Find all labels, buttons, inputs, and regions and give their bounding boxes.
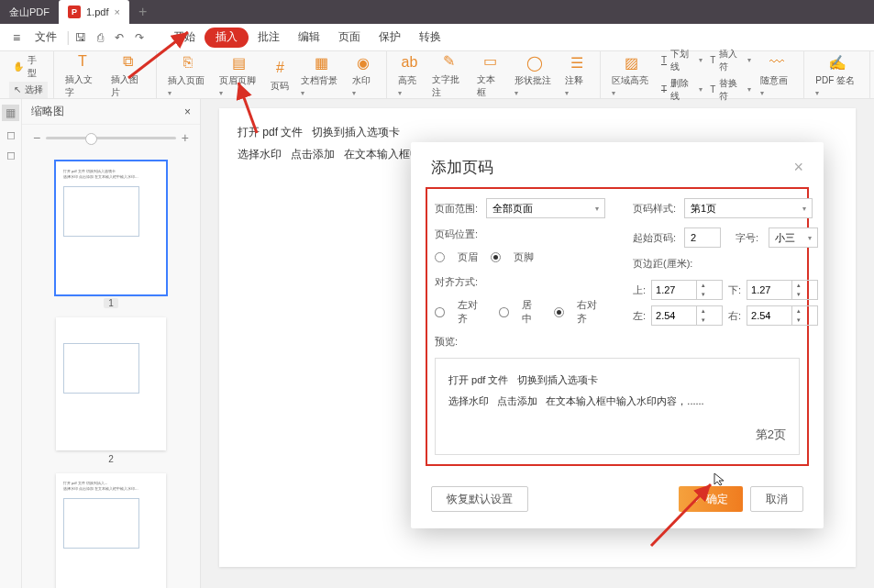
tool-replace-mark[interactable]: T替换符▾ <box>706 75 755 105</box>
font-size-select[interactable]: 小三▾ <box>769 227 818 248</box>
tool-header-footer[interactable]: ▤页眉页脚 ▾ <box>214 49 265 101</box>
thumbnail-list: 打开 pdf 文件 切换到插入选项卡 选择水印 点击添加 在文本输入框中输入水印… <box>22 150 200 588</box>
tool-text-annotate[interactable]: ✎文字批注 <box>426 48 472 103</box>
thumbnail-page-1[interactable]: 打开 pdf 文件 切换到插入选项卡 选择水印 点击添加 在文本输入框中输入水印… <box>56 161 166 294</box>
tool-pdf-sign[interactable]: ✍PDF 签名 ▾ <box>810 49 864 101</box>
close-panel-icon[interactable]: × <box>184 105 191 118</box>
chevron-down-icon: ▾ <box>595 205 599 213</box>
menu-page[interactable]: 页面 <box>329 24 370 51</box>
tool-hand[interactable]: ✋手型 <box>9 52 48 82</box>
tool-select[interactable]: ↖选择 <box>9 82 48 98</box>
align-label: 对齐方式: <box>435 275 481 289</box>
hamburger-icon[interactable]: ≡ <box>7 30 26 45</box>
tool-shape-annotate[interactable]: ◯形状批注 ▾ <box>509 49 560 101</box>
radio-align-right[interactable] <box>554 307 564 317</box>
watermark-icon: ◉ <box>353 52 373 72</box>
add-tab-button[interactable]: + <box>129 4 156 20</box>
chevron-down-icon: ▾ <box>802 205 806 213</box>
zoom-in-icon[interactable]: + <box>182 130 189 145</box>
margin-bottom-input[interactable]: ▴▾ <box>747 280 818 300</box>
preview-box: 打开 pdf 文件 切换到插入选项卡 选择水印 点击添加 在文本输入框中输入水印… <box>435 358 800 455</box>
restore-defaults-button[interactable]: 恢复默认设置 <box>431 486 528 512</box>
text-annotate-icon: ✎ <box>439 51 459 72</box>
app-name: 金山PDF <box>0 6 59 19</box>
tool-textbox[interactable]: ▭文本框 <box>471 48 508 103</box>
menu-insert[interactable]: 插入 <box>205 28 249 48</box>
textbox-icon: ▭ <box>481 51 501 72</box>
tool-doc-background[interactable]: ▦文档背景 ▾ <box>295 49 347 101</box>
nav-attachment-icon[interactable]: ◻ <box>6 149 16 161</box>
document-tab[interactable]: P 1.pdf × <box>59 0 129 24</box>
chevron-down-icon: ▾ <box>808 234 812 242</box>
thumbnail-num: 2 <box>104 454 118 464</box>
close-icon[interactable]: × <box>793 158 803 177</box>
nav-bookmark-icon[interactable]: ◻ <box>6 128 16 141</box>
strikethrough-icon: T <box>661 84 667 94</box>
preview-label: 预览: <box>435 335 481 349</box>
menu-annotate[interactable]: 批注 <box>249 24 289 51</box>
menu-edit[interactable]: 编辑 <box>289 24 329 51</box>
header-footer-icon: ▤ <box>229 52 249 72</box>
undo-icon[interactable]: ↶ <box>109 31 129 44</box>
preview-page-number: 第2页 <box>756 422 786 447</box>
nav-thumbnails-icon[interactable]: ▦ <box>2 105 19 121</box>
radio-align-left[interactable] <box>435 307 445 317</box>
insert-mark-icon: T <box>710 55 715 65</box>
dialog-title: 添加页码 <box>431 157 493 178</box>
background-icon: ▦ <box>311 52 331 72</box>
sign-icon: ✍ <box>827 52 847 72</box>
cancel-button[interactable]: 取消 <box>750 486 803 512</box>
slider-track[interactable] <box>46 137 176 139</box>
tool-comment[interactable]: ☰注释 ▾ <box>559 49 593 101</box>
ok-button[interactable]: ✓确定 <box>679 486 743 512</box>
page-number-icon: # <box>270 58 290 78</box>
menu-start[interactable]: 开始 <box>164 24 205 51</box>
radio-header[interactable] <box>435 252 445 262</box>
thumbnail-num: 1 <box>104 298 118 308</box>
hand-icon: ✋ <box>13 61 24 72</box>
range-label: 页面范围: <box>435 202 481 216</box>
style-label: 页码样式: <box>633 202 679 216</box>
tool-area-highlight[interactable]: ▨区域高亮 ▾ <box>606 49 658 101</box>
image-icon: ⧉ <box>117 51 138 72</box>
style-select[interactable]: 第1页▾ <box>684 198 813 218</box>
highlight-icon: ab <box>399 52 419 72</box>
margin-right-input[interactable]: ▴▾ <box>747 305 818 326</box>
tool-insert-image[interactable]: ⧉插入图片 <box>105 48 151 103</box>
margin-left-input[interactable]: ▴▾ <box>651 305 723 326</box>
thumbnails-panel: 缩略图 × − + 打开 pdf 文件 切换到插入选项卡 选择水印 点击添加 在… <box>22 99 201 588</box>
thumbnail-zoom-slider[interactable]: − + <box>22 125 200 150</box>
page-icon: ⎘ <box>178 52 198 72</box>
start-page-input[interactable] <box>684 227 721 248</box>
tab-label: 1.pdf <box>86 6 108 17</box>
tool-watermark[interactable]: ◉水印 ▾ <box>347 49 381 101</box>
tool-highlight[interactable]: ab高亮 ▾ <box>393 49 426 101</box>
range-select[interactable]: 全部页面▾ <box>486 198 605 218</box>
tool-underline[interactable]: T下划线▾ <box>658 46 706 75</box>
tool-page-number[interactable]: #页码 <box>264 54 295 96</box>
menu-protect[interactable]: 保护 <box>370 24 410 51</box>
save-icon[interactable]: 🖫 <box>70 31 92 44</box>
cursor-icon: ↖ <box>14 84 21 94</box>
radio-align-center[interactable] <box>499 307 509 317</box>
radio-footer[interactable] <box>491 252 501 262</box>
redo-icon[interactable]: ↷ <box>129 31 149 44</box>
thumbnail-page-2[interactable] <box>56 317 166 450</box>
thumbnails-title: 缩略图 <box>31 104 64 119</box>
comment-icon: ☰ <box>567 52 587 72</box>
tool-insert-page[interactable]: ⎘插入页面 ▾ <box>162 49 214 101</box>
print-icon[interactable]: ⎙ <box>92 31 109 44</box>
tool-insert-text[interactable]: T插入文字 <box>60 48 105 103</box>
freehand-icon: 〰 <box>767 52 787 72</box>
tool-insert-mark[interactable]: T插入符▾ <box>706 46 755 75</box>
close-tab-icon[interactable]: × <box>114 6 119 17</box>
replace-mark-icon: T <box>710 84 715 94</box>
tool-freehand[interactable]: 〰随意画 ▾ <box>755 49 798 101</box>
titlebar: 金山PDF P 1.pdf × + <box>0 0 874 24</box>
margin-top-input[interactable]: ▴▾ <box>651 280 723 300</box>
zoom-out-icon[interactable]: − <box>33 130 40 145</box>
toolbar: ✋手型 ↖选择 T插入文字 ⧉插入图片 ⎘插入页面 ▾ ▤页眉页脚 ▾ #页码 … <box>0 51 874 99</box>
thumbnail-page-3[interactable]: 打开 pdf 文件 切换到插入... 选择水印 点击添加 在文本输入框中输入水印… <box>56 473 166 588</box>
pdf-icon: P <box>68 6 81 18</box>
tool-strikethrough[interactable]: T删除线▾ <box>658 75 706 105</box>
